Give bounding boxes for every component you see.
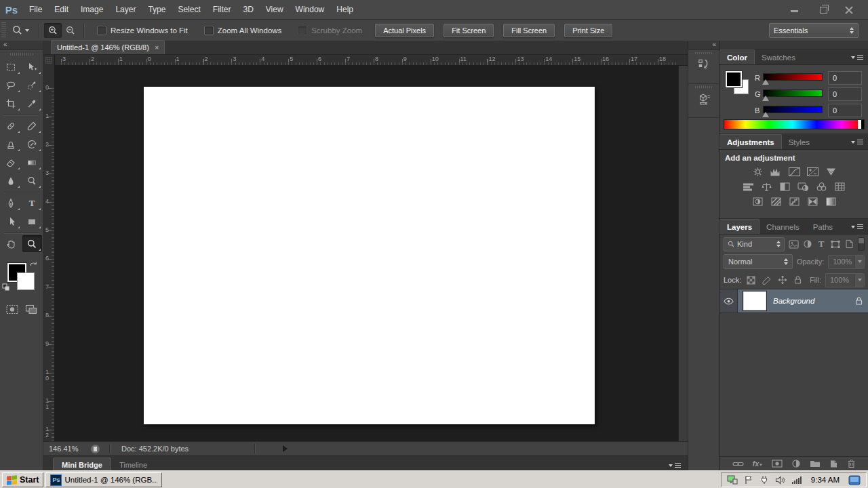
opacity-field[interactable]: 100%: [828, 255, 865, 269]
vibrance-icon[interactable]: [824, 166, 837, 177]
resize-windows-checkbox[interactable]: Resize Windows to Fit: [97, 26, 188, 35]
threshold-icon[interactable]: [787, 196, 801, 207]
dropdown-arrow-icon[interactable]: [854, 256, 864, 268]
pen-tool[interactable]: [1, 195, 21, 211]
blue-value-field[interactable]: 0: [828, 104, 862, 117]
gradient-tool[interactable]: [22, 154, 42, 171]
slider-thumb-icon[interactable]: [762, 112, 769, 117]
adobe-drive-icon[interactable]: [91, 445, 100, 453]
canvas[interactable]: [144, 87, 595, 424]
layer-styles-icon[interactable]: fx: [753, 460, 764, 468]
layer-thumbnail[interactable]: [743, 291, 766, 310]
slider-thumb-icon[interactable]: [762, 96, 769, 101]
levels-icon[interactable]: [769, 166, 783, 177]
brightness-contrast-icon[interactable]: [751, 166, 764, 177]
zoom-in-button[interactable]: [44, 23, 62, 38]
menu-help[interactable]: Help: [330, 5, 359, 14]
lock-position-icon[interactable]: [776, 274, 788, 286]
green-value-field[interactable]: 0: [828, 87, 862, 101]
pasteboard[interactable]: [55, 66, 678, 441]
power-tray-icon[interactable]: [760, 475, 769, 485]
red-value-field[interactable]: 0: [828, 71, 862, 85]
document-tab[interactable]: Untitled-1 @ 146% (RGB/8) ×: [51, 40, 165, 54]
type-tool[interactable]: T: [22, 195, 42, 211]
filter-kind-dropdown[interactable]: Kind: [724, 237, 785, 251]
clone-stamp-tool[interactable]: [1, 136, 21, 152]
dodge-tool[interactable]: [22, 172, 42, 189]
start-button[interactable]: Start: [2, 472, 43, 487]
signal-tray-icon[interactable]: [791, 476, 802, 484]
menu-edit[interactable]: Edit: [48, 5, 75, 14]
show-desktop-button[interactable]: [848, 475, 861, 485]
layer-visibility-toggle[interactable]: [719, 289, 738, 312]
dropdown-arrow-icon[interactable]: [854, 274, 864, 287]
photo-filter-icon[interactable]: [797, 181, 810, 192]
filter-adjustment-layers-icon[interactable]: [802, 239, 812, 250]
panel-menu-icon[interactable]: [851, 140, 863, 144]
hand-tool[interactable]: [1, 235, 21, 252]
taskbar-app-photoshop[interactable]: Ps Untitled-1 @ 146% (RGB...: [45, 472, 162, 487]
vertical-ruler[interactable]: 0123456789101112: [43, 66, 55, 441]
tab-mini-bridge[interactable]: Mini Bridge: [53, 458, 111, 471]
status-flyout-arrow-icon[interactable]: [283, 445, 288, 452]
history-panel-button[interactable]: [688, 50, 719, 84]
workspace-switcher[interactable]: Essentials: [769, 23, 859, 38]
posterize-icon[interactable]: [769, 196, 783, 207]
fill-field[interactable]: 100%: [825, 273, 865, 287]
screen-mode-button[interactable]: [24, 304, 38, 315]
shape-tool[interactable]: [22, 213, 42, 230]
history-brush-tool[interactable]: [22, 136, 42, 152]
fill-screen-button[interactable]: Fill Screen: [503, 24, 555, 37]
menu-view[interactable]: View: [260, 5, 290, 14]
zoom-level-field[interactable]: 146.41%: [43, 445, 91, 453]
path-selection-tool[interactable]: [1, 213, 21, 230]
layers-list[interactable]: Background: [719, 289, 868, 456]
lock-image-pixels-icon[interactable]: [761, 274, 772, 286]
eraser-tool[interactable]: [1, 154, 21, 171]
invert-icon[interactable]: [751, 196, 764, 207]
menu-filter[interactable]: Filter: [207, 5, 237, 14]
volume-tray-icon[interactable]: [775, 476, 785, 485]
lock-all-icon[interactable]: [792, 274, 804, 286]
zoom-out-button[interactable]: [62, 23, 79, 38]
tab-swatches[interactable]: Swatches: [755, 50, 802, 64]
rectangular-marquee-tool[interactable]: [1, 58, 21, 75]
hue-saturation-icon[interactable]: [742, 181, 755, 192]
curves-icon[interactable]: [787, 166, 801, 177]
vertical-scrollbar[interactable]: [678, 66, 688, 441]
close-button[interactable]: [845, 5, 857, 14]
menu-3d[interactable]: 3D: [237, 5, 259, 14]
menu-type[interactable]: Type: [142, 5, 172, 14]
zoom-all-windows-checkbox[interactable]: Zoom All Windows: [204, 26, 282, 35]
blur-tool[interactable]: [1, 172, 21, 189]
filter-shape-layers-icon[interactable]: [830, 239, 840, 250]
link-layers-icon[interactable]: [732, 460, 744, 468]
foreground-color-swatch[interactable]: [726, 71, 742, 87]
flag-tray-icon[interactable]: [744, 475, 753, 485]
network-tray-icon[interactable]: [727, 475, 738, 485]
crop-tool[interactable]: [1, 95, 21, 112]
layer-name[interactable]: Background: [773, 297, 814, 305]
color-spectrum-ramp[interactable]: [724, 119, 865, 129]
tab-layers[interactable]: Layers: [719, 219, 760, 234]
tools-panel-grip[interactable]: [10, 53, 33, 56]
restore-button[interactable]: [818, 5, 830, 14]
fit-screen-button[interactable]: Fit Screen: [443, 24, 494, 37]
print-size-button[interactable]: Print Size: [564, 24, 612, 37]
tab-paths[interactable]: Paths: [806, 220, 840, 234]
menu-image[interactable]: Image: [75, 5, 109, 14]
blend-mode-dropdown[interactable]: Normal: [724, 254, 793, 269]
panel-menu-icon[interactable]: [669, 463, 681, 468]
color-balance-icon[interactable]: [760, 181, 774, 192]
black-white-icon[interactable]: [778, 181, 792, 192]
quick-mask-mode-button[interactable]: [5, 304, 19, 315]
options-bar-grip[interactable]: [1, 22, 6, 39]
tab-color[interactable]: Color: [719, 49, 755, 64]
ruler-origin-corner[interactable]: [43, 55, 55, 66]
filter-type-layers-icon[interactable]: T: [816, 239, 826, 250]
filter-pixel-layers-icon[interactable]: [788, 239, 798, 250]
panel-menu-icon[interactable]: [851, 55, 863, 60]
delete-layer-icon[interactable]: [847, 459, 856, 468]
brush-tool[interactable]: [22, 117, 42, 134]
taskbar-clock[interactable]: 9:34 AM: [808, 476, 842, 484]
